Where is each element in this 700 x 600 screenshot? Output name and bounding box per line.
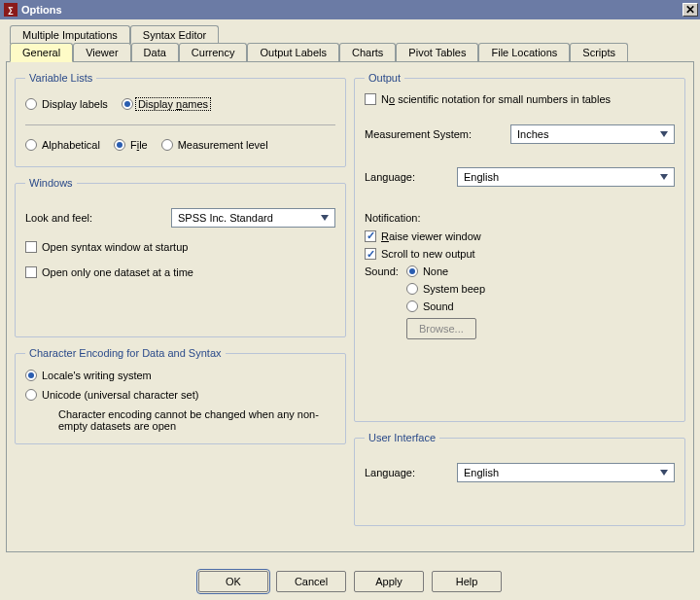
radio-display-labels[interactable]: Display labels [25, 98, 108, 110]
legend-user-interface: User Interface [365, 432, 439, 443]
titlebar: ∑ Options ✕ [0, 0, 700, 19]
label-output-language: Language: [365, 171, 457, 183]
apply-button[interactable]: Apply [354, 571, 424, 592]
label-sound: Sound: [365, 265, 399, 339]
tab-general[interactable]: General [10, 43, 73, 62]
tab-currency[interactable]: Currency [179, 43, 248, 61]
tab-panel-general: Variable Lists Display labels Display na… [6, 61, 694, 552]
tab-syntax-editor[interactable]: Syntax Editor [130, 25, 219, 44]
radio-display-names[interactable]: Display names [122, 97, 211, 111]
check-raise-viewer[interactable]: Raise viewer window [365, 230, 481, 242]
select-measurement-system-value: Inches [517, 128, 548, 140]
label-ui-language: Language: [365, 467, 457, 478]
tab-viewer[interactable]: Viewer [73, 43, 130, 61]
dialog-buttons: OK Cancel Apply Help [0, 571, 700, 592]
tab-data[interactable]: Data [131, 43, 179, 61]
tab-strip: Multiple Imputations Syntax Editor Gener… [6, 25, 694, 552]
radio-sound-beep[interactable]: System beep [406, 283, 485, 295]
label-look-and-feel: Look and feel: [25, 212, 171, 224]
cancel-button[interactable]: Cancel [276, 571, 346, 592]
tab-file-locations[interactable]: File Locations [478, 43, 570, 61]
tab-row-lower: General Viewer Data Currency Output Labe… [10, 43, 694, 61]
radio-alphabetical[interactable]: Alphabetical [25, 139, 100, 151]
radio-measurement-level[interactable]: Measurement level [161, 139, 268, 151]
legend-variable-lists: Variable Lists [25, 72, 96, 84]
check-scroll-new-output[interactable]: Scroll to new output [365, 248, 475, 260]
tab-charts[interactable]: Charts [339, 43, 396, 61]
legend-encoding: Character Encoding for Data and Syntax [25, 347, 226, 359]
dialog-body: Multiple Imputations Syntax Editor Gener… [0, 19, 700, 600]
label-notification: Notification: [365, 212, 675, 224]
divider [25, 124, 335, 125]
group-output: Output No scientific notation for small … [354, 72, 685, 422]
label-measurement-system: Measurement System: [365, 128, 510, 140]
radio-locale-writing-system[interactable]: Locale's writing system [25, 370, 152, 381]
app-icon: ∑ [4, 3, 18, 17]
tab-pivot-tables[interactable]: Pivot Tables [396, 43, 478, 61]
select-output-language[interactable]: English [457, 167, 675, 187]
tab-scripts[interactable]: Scripts [570, 43, 628, 61]
select-look-and-feel-value: SPSS Inc. Standard [178, 212, 273, 224]
chevron-down-icon [317, 210, 332, 226]
help-button[interactable]: Help [432, 571, 502, 592]
left-column: Variable Lists Display labels Display na… [15, 70, 346, 536]
chevron-down-icon [656, 465, 672, 480]
select-measurement-system[interactable]: Inches [510, 124, 675, 144]
group-user-interface: User Interface Language: English [354, 432, 685, 526]
radio-sound-sound[interactable]: Sound [406, 300, 485, 312]
radio-unicode[interactable]: Unicode (universal character set) [25, 389, 198, 401]
radio-sound-none[interactable]: None [406, 265, 485, 277]
tab-output-labels[interactable]: Output Labels [247, 43, 339, 61]
group-encoding: Character Encoding for Data and Syntax L… [15, 347, 346, 444]
select-look-and-feel[interactable]: SPSS Inc. Standard [171, 208, 335, 228]
chevron-down-icon [656, 169, 672, 185]
ok-button[interactable]: OK [198, 571, 268, 592]
tab-row-upper: Multiple Imputations Syntax Editor [10, 25, 694, 44]
window-title: Options [21, 4, 682, 16]
close-icon[interactable]: ✕ [682, 3, 698, 17]
tab-multiple-imputations[interactable]: Multiple Imputations [10, 25, 130, 44]
encoding-note: Character encoding cannot be changed whe… [58, 408, 335, 432]
select-output-language-value: English [464, 171, 499, 183]
legend-windows: Windows [25, 177, 77, 189]
chevron-down-icon [656, 126, 672, 142]
group-variable-lists: Variable Lists Display labels Display na… [15, 72, 346, 167]
radio-file[interactable]: File [114, 139, 148, 151]
browse-sound-button: Browse... [406, 318, 476, 339]
select-ui-language[interactable]: English [457, 463, 675, 482]
select-ui-language-value: English [464, 467, 499, 478]
legend-output: Output [365, 72, 404, 84]
group-windows: Windows Look and feel: SPSS Inc. Standar… [15, 177, 346, 337]
check-no-scientific-notation[interactable]: No scientific notation for small numbers… [365, 93, 611, 105]
check-open-one-dataset[interactable]: Open only one dataset at a time [25, 266, 193, 278]
check-open-syntax[interactable]: Open syntax window at startup [25, 241, 188, 253]
right-column: Output No scientific notation for small … [354, 70, 685, 536]
